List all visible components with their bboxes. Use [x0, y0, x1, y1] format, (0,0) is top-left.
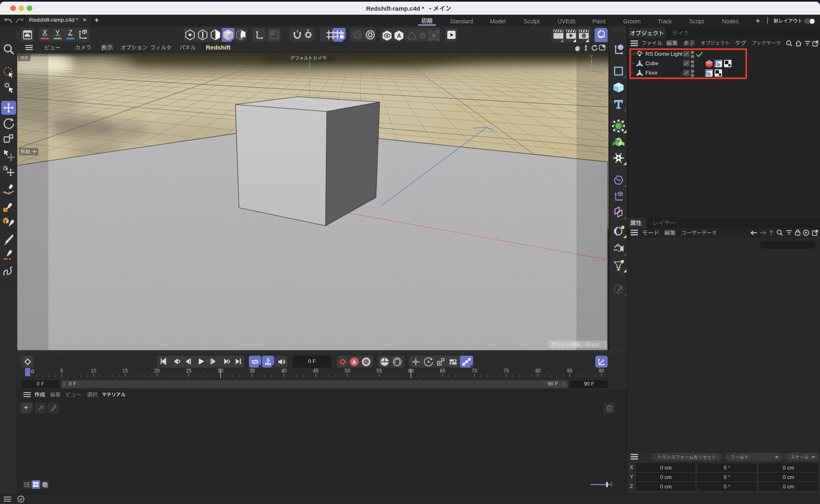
svg-text:Y: Y [590, 54, 593, 59]
svg-text:A: A [266, 358, 269, 362]
svg-text:80: 80 [535, 368, 541, 374]
svg-text:25: 25 [186, 368, 192, 374]
svg-text:90: 90 [599, 368, 604, 374]
svg-text:75: 75 [503, 368, 509, 374]
svg-text:10: 10 [91, 368, 96, 374]
svg-text:70: 70 [472, 368, 478, 374]
svg-text:40: 40 [281, 368, 287, 374]
svg-text:50: 50 [345, 368, 351, 374]
svg-text:5: 5 [60, 368, 63, 374]
svg-text:Z: Z [600, 63, 603, 68]
svg-text:A: A [352, 359, 356, 365]
svg-text:ST: ST [614, 248, 618, 252]
svg-text:85: 85 [567, 368, 573, 374]
svg-text:55: 55 [376, 368, 382, 374]
svg-text:A: A [397, 32, 401, 39]
svg-text:x: x [602, 70, 604, 75]
svg-text:15: 15 [123, 368, 128, 374]
svg-text:65: 65 [440, 368, 446, 374]
svg-text:20: 20 [154, 368, 160, 374]
svg-text:35: 35 [249, 368, 255, 374]
svg-text:45: 45 [313, 368, 319, 374]
